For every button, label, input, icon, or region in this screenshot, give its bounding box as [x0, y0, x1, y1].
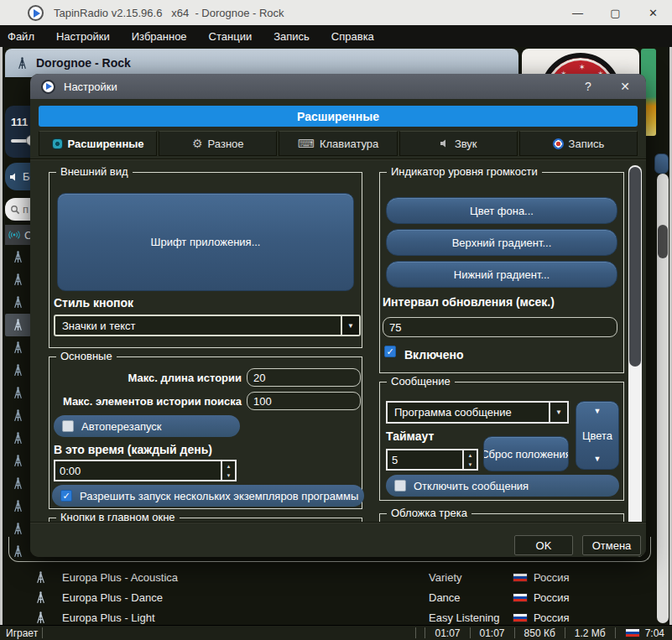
station-genre: Variety — [429, 571, 462, 584]
rail-station-icon[interactable] — [5, 268, 31, 291]
enabled-checkbox[interactable]: ✓ — [384, 346, 396, 357]
multi-instance-checkbox[interactable]: ✓ Разрешить запуск нескольких экземпляро… — [52, 485, 364, 507]
colors-button[interactable]: ▼ Цвета ▼ — [576, 401, 619, 470]
disable-messages-checkbox[interactable]: Отключить сообщения — [386, 475, 619, 497]
station-genre: Dance — [429, 591, 461, 604]
history-length-input[interactable] — [247, 368, 361, 387]
stations-header[interactable]: С — [5, 225, 31, 245]
station-genre: Easy Listening — [429, 611, 500, 624]
dialog-help-button[interactable]: ? — [574, 74, 602, 99]
dialog-close-button[interactable]: ✕ — [611, 74, 639, 99]
reset-position-button[interactable]: Сброс положения — [483, 436, 569, 471]
antenna-icon — [35, 611, 46, 624]
station-search[interactable] — [5, 198, 31, 221]
spin-up-icon[interactable]: ▲ — [464, 450, 477, 460]
update-interval-input[interactable] — [383, 317, 617, 337]
spin-up-icon[interactable]: ▲ — [222, 461, 235, 471]
tab-recording[interactable]: Запись — [519, 131, 638, 156]
antenna-icon — [35, 571, 46, 584]
window-edge-left — [0, 47, 3, 640]
rail-station-icon[interactable] — [5, 314, 31, 336]
chevron-down-icon: ▼ — [594, 455, 602, 463]
station-name: Europa Plus - Dance — [62, 591, 163, 604]
top-gradient-button[interactable]: Верхний градиент... — [386, 229, 617, 256]
tab-keyboard[interactable]: ⌨ Клавиатура — [279, 131, 397, 156]
bottom-gradient-button[interactable]: Нижний градиент... — [386, 261, 617, 288]
menu-stations[interactable]: Станции — [198, 25, 263, 47]
minimize-button[interactable]: — — [559, 0, 596, 25]
spin-down-icon[interactable]: ▼ — [222, 471, 235, 480]
button-style-select[interactable]: Значки и текст ▼ — [54, 315, 361, 336]
volume-slider[interactable] — [11, 139, 31, 143]
rail-station-icon[interactable] — [5, 291, 31, 314]
russia-flag-icon — [513, 613, 528, 622]
station-row[interactable]: Europa Plus - Acoustica Variety Россия — [3, 567, 659, 587]
search-history-input[interactable] — [247, 392, 361, 410]
station-country: Россия — [534, 611, 570, 624]
rail-station-icon[interactable] — [5, 336, 31, 359]
tab-misc[interactable]: ⚙ Разное — [159, 131, 277, 156]
dialog-title-bar: Настройки ? ✕ — [30, 74, 646, 99]
menu-help[interactable]: Справка — [320, 25, 385, 47]
mute-button[interactable]: Бе — [5, 163, 31, 190]
rail-station-icon[interactable] — [5, 359, 31, 382]
menu-file[interactable]: Файл — [0, 25, 45, 47]
settings-dialog: Настройки ? ✕ Расширенные Расширенные ⚙ … — [30, 74, 646, 557]
tab-sound[interactable]: Звук — [399, 131, 518, 156]
dialog-scrollbar-thumb[interactable] — [629, 167, 641, 367]
station-name: Europa Plus - Light — [62, 611, 155, 624]
tab-advanced[interactable]: Расширенные — [39, 131, 157, 156]
antenna-icon — [17, 57, 28, 70]
rail-station-icon[interactable] — [5, 404, 31, 427]
chevron-down-icon: ▼ — [594, 408, 602, 415]
russia-flag-icon — [513, 573, 528, 582]
status-state: Играет — [0, 627, 38, 639]
autorestart-checkbox[interactable]: Автоперезапуск — [54, 415, 240, 437]
rail-station-icon[interactable] — [5, 450, 31, 472]
ok-button[interactable]: OK — [514, 535, 573, 555]
menu-favorites[interactable]: Избранное — [121, 25, 198, 47]
cancel-button[interactable]: Отмена — [582, 535, 641, 555]
app-font-button[interactable]: Шрифт приложения... — [57, 193, 354, 291]
bitrate-value: 111 К — [11, 116, 31, 128]
close-button[interactable]: ✕ — [634, 0, 672, 25]
daily-time-spinner[interactable]: ▲▼ — [54, 460, 237, 481]
main-scrollbar-thumb[interactable] — [658, 225, 668, 258]
rail-station-icon[interactable] — [5, 427, 31, 450]
status-time-elapsed: 01:07 — [430, 627, 465, 639]
broadcast-icon — [8, 230, 20, 240]
settings-tabs: Расширенные ⚙ Разное ⌨ Клавиатура Звук З… — [39, 131, 638, 156]
dialog-scrollbar[interactable] — [628, 165, 642, 557]
timeout-input[interactable] — [388, 450, 462, 469]
dialog-app-icon — [41, 80, 55, 94]
main-scrollbar[interactable] — [657, 174, 669, 623]
update-interval-label: Интервал обновления (мсек.) — [383, 295, 555, 309]
daily-time-input[interactable] — [55, 461, 221, 480]
daily-time-label: В это время (каждый день) — [54, 443, 212, 456]
bitrate-panel: 111 К — [5, 106, 31, 158]
message-program-select[interactable]: Программа сообщение ▼ — [386, 401, 569, 424]
background-color-button[interactable]: Цвет фона... — [386, 197, 617, 224]
button-style-label: Стиль кнопок — [54, 296, 133, 310]
station-rail — [5, 246, 31, 558]
scroll-top-button[interactable] — [654, 153, 669, 174]
station-row[interactable]: Europa Plus - Dance Dance Россия — [3, 587, 659, 607]
maximize-button[interactable]: ▢ — [596, 0, 634, 25]
chevron-down-icon: ▼ — [341, 316, 359, 335]
advanced-icon — [52, 138, 63, 149]
menu-settings[interactable]: Настройки — [45, 25, 121, 47]
timeout-spinner[interactable]: ▲▼ — [386, 449, 478, 471]
rail-station-icon[interactable] — [5, 382, 31, 404]
status-time-total: 01:07 — [475, 627, 510, 639]
speaker-icon — [9, 172, 19, 182]
menu-record[interactable]: Запись — [263, 25, 320, 47]
rail-station-icon[interactable] — [5, 472, 31, 495]
app-icon — [28, 5, 44, 21]
title-bar: TapinRadio v2.15.96.6 x64 - Dorognoe - R… — [0, 0, 672, 25]
station-row[interactable]: Europa Plus - Light Easy Listening Росси… — [3, 607, 659, 625]
spin-down-icon[interactable]: ▼ — [464, 460, 477, 469]
rail-station-icon[interactable] — [5, 495, 31, 518]
status-size-total: 1.2 Мб — [570, 627, 611, 639]
status-clock: 7:04 — [645, 627, 664, 639]
rail-station-icon[interactable] — [5, 246, 31, 268]
